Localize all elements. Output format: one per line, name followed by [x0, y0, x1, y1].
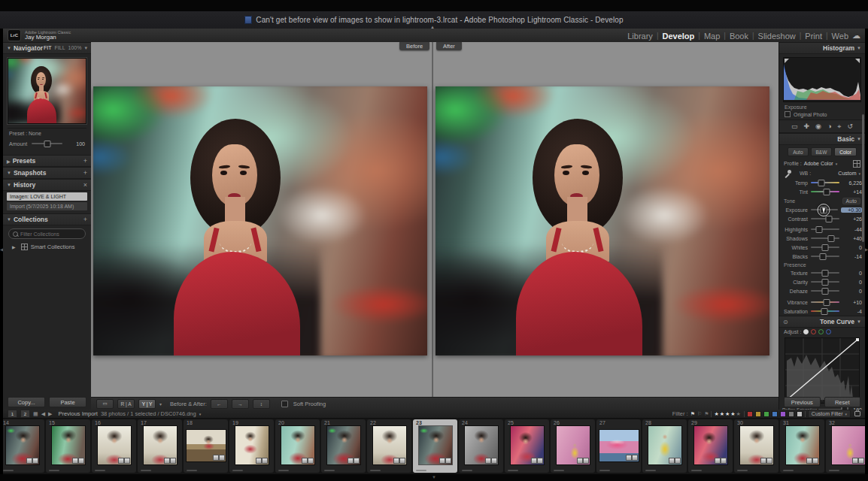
- exposure-value[interactable]: +0.30: [841, 207, 862, 213]
- blacks-value[interactable]: -14: [842, 254, 862, 259]
- auto-tone-button[interactable]: Auto: [842, 198, 860, 204]
- navigator-preview[interactable]: [8, 58, 86, 124]
- filmstrip-thumbnail[interactable]: 15: [46, 419, 90, 473]
- add-snapshot-button[interactable]: +: [83, 169, 87, 177]
- filmstrip-thumbnail[interactable]: 19: [229, 419, 274, 473]
- basic-panel-header[interactable]: Basic ▼: [779, 133, 865, 145]
- tone-curve-header[interactable]: ⊙ Tone Curve ▼: [779, 316, 865, 328]
- module-develop[interactable]: Develop: [662, 32, 694, 41]
- filmstrip-thumbnail[interactable]: 21: [321, 419, 366, 473]
- amount-slider[interactable]: [32, 143, 62, 144]
- bw-treatment-button[interactable]: B&W: [811, 147, 833, 156]
- healing-tool-icon[interactable]: ✚: [804, 123, 810, 130]
- whites-slider[interactable]: [811, 247, 839, 248]
- add-preset-button[interactable]: +: [83, 157, 87, 165]
- white-balance-eyedropper-icon[interactable]: [784, 170, 791, 177]
- reject-flag-icon[interactable]: ⚑: [704, 411, 709, 417]
- filmstrip-thumbnail[interactable]: 25: [505, 419, 549, 473]
- targeted-adjustment-icon[interactable]: ⊙: [783, 319, 788, 325]
- redeye-tool-icon[interactable]: ◉: [815, 123, 821, 130]
- after-photo[interactable]: [436, 86, 769, 355]
- profile-dropdown-icon[interactable]: ▾: [836, 162, 838, 166]
- none-label-filter[interactable]: [797, 411, 803, 417]
- filmstrip-thumbnail[interactable]: 23: [413, 419, 457, 473]
- thumb-photo[interactable]: [281, 426, 314, 464]
- module-library[interactable]: Library: [627, 32, 653, 41]
- contrast-slider[interactable]: [811, 218, 839, 219]
- histogram-header[interactable]: Histogram ▼: [779, 42, 865, 54]
- dehaze-value[interactable]: 0: [842, 289, 862, 294]
- pick-flag-icon[interactable]: ⚑: [690, 411, 695, 417]
- reset-button[interactable]: Reset: [824, 397, 861, 407]
- star-rating-filter[interactable]: ★★★★★: [714, 411, 741, 417]
- tint-value[interactable]: +14: [842, 189, 862, 195]
- history-section-header[interactable]: ▼ History ×: [3, 179, 91, 191]
- amount-value[interactable]: 100: [65, 141, 85, 147]
- clear-history-button[interactable]: ×: [83, 181, 87, 189]
- custom-filter-dropdown[interactable]: Custom Filter ▾: [808, 410, 851, 418]
- texture-slider[interactable]: [811, 272, 839, 274]
- parametric-curve-icon[interactable]: [803, 329, 809, 334]
- filmstrip-thumbnail[interactable]: 27: [596, 419, 641, 473]
- right-panel-scrollbar[interactable]: [862, 114, 864, 242]
- color-treatment-button[interactable]: Color: [834, 147, 857, 156]
- blue-label-filter[interactable]: [772, 411, 778, 417]
- blue-channel-icon[interactable]: [826, 329, 831, 334]
- before-after-view-button[interactable]: Y | Y: [138, 399, 156, 409]
- wb-value[interactable]: Custom: [838, 171, 856, 176]
- filmstrip-collapse-arrow[interactable]: ▼: [432, 474, 436, 481]
- swap-before-after-button[interactable]: ↕: [253, 399, 270, 409]
- module-web[interactable]: Web: [832, 32, 848, 41]
- thumb-photo[interactable]: [52, 426, 85, 464]
- thumb-photo[interactable]: [465, 426, 498, 464]
- filter-collections-input[interactable]: Filter Collections: [8, 228, 86, 239]
- highlights-slider[interactable]: [811, 228, 839, 230]
- shadow-clipping-icon[interactable]: [785, 59, 789, 63]
- zoom-100-option[interactable]: 100%: [68, 45, 82, 51]
- texture-value[interactable]: 0: [842, 271, 862, 276]
- transform-tool-icon[interactable]: ⌖: [837, 123, 841, 131]
- second-window-button[interactable]: 2: [20, 410, 30, 418]
- thumb-photo[interactable]: [144, 426, 177, 464]
- copy-before-to-after-button[interactable]: ←: [211, 399, 228, 409]
- source-dropdown-icon[interactable]: ▾: [199, 412, 202, 416]
- collections-section-header[interactable]: ▼ Collections +: [3, 213, 91, 225]
- thumb-photo[interactable]: [373, 426, 406, 464]
- auto-settings-button[interactable]: Auto: [788, 147, 808, 156]
- shadows-slider[interactable]: [811, 237, 839, 239]
- masking-tool-icon[interactable]: ◑: [827, 123, 831, 130]
- purple-label-filter[interactable]: [780, 411, 786, 417]
- vibrance-slider[interactable]: [811, 301, 839, 303]
- history-item[interactable]: Imagen: LOVE & LIGHT: [7, 192, 87, 201]
- smart-collections-item[interactable]: ▶ Smart Collections: [3, 242, 91, 252]
- green-channel-icon[interactable]: [818, 329, 824, 334]
- saturation-slider[interactable]: [811, 310, 839, 312]
- wb-dropdown-icon[interactable]: ▾: [858, 171, 860, 176]
- whites-value[interactable]: 0: [842, 245, 862, 250]
- thumb-photo[interactable]: [419, 426, 452, 464]
- before-photo[interactable]: [93, 86, 427, 355]
- contrast-value[interactable]: +26: [842, 216, 862, 222]
- zoom-fill-option[interactable]: FILL: [55, 45, 65, 51]
- module-map[interactable]: Map: [704, 32, 720, 41]
- grid-view-icon[interactable]: ▦: [33, 411, 38, 417]
- gray-label-filter[interactable]: [788, 411, 794, 417]
- profile-value[interactable]: Adobe Color: [804, 161, 833, 166]
- thumb-photo[interactable]: [98, 426, 131, 464]
- add-collection-button[interactable]: +: [83, 216, 87, 223]
- cloud-sync-icon[interactable]: ☁: [852, 31, 860, 41]
- copy-settings-button[interactable]: Copy...: [8, 397, 45, 407]
- clarity-value[interactable]: 0: [842, 280, 862, 285]
- filmstrip-source[interactable]: Previous Import: [58, 410, 98, 417]
- filmstrip-thumbnail[interactable]: 16: [92, 419, 136, 473]
- red-label-filter[interactable]: [747, 411, 753, 417]
- reset-tool-icon[interactable]: ↺: [847, 123, 853, 130]
- snapshots-section-header[interactable]: ▼ Snapshots +: [3, 167, 91, 179]
- presets-section-header[interactable]: ▶ Presets +: [3, 155, 91, 167]
- filmstrip-thumbnail[interactable]: 14: [3, 419, 44, 473]
- main-window-button[interactable]: 1: [8, 410, 17, 418]
- zoom-dropdown-icon[interactable]: ▾: [84, 45, 87, 51]
- filter-lock-icon[interactable]: [854, 411, 860, 416]
- profile-browser-icon[interactable]: [853, 160, 860, 168]
- right-panel-collapse-arrow[interactable]: ▶: [864, 247, 868, 252]
